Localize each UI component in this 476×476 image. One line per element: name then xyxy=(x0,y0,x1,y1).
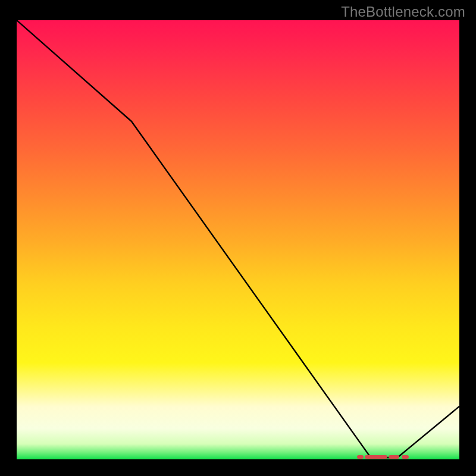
line-curve xyxy=(17,20,459,459)
plot-area xyxy=(17,20,459,459)
curve-path xyxy=(17,20,459,458)
chart-frame: TheBottleneck.com xyxy=(0,0,476,476)
watermark-text: TheBottleneck.com xyxy=(341,4,465,20)
